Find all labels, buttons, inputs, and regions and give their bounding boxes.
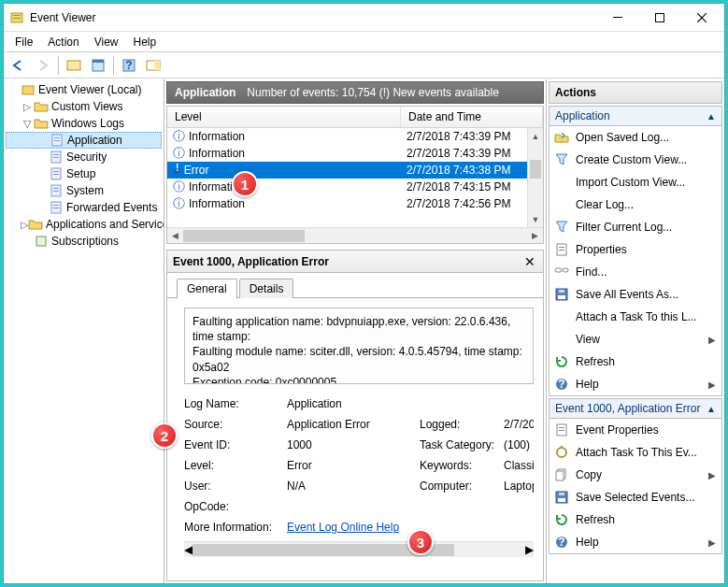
- svg-rect-28: [36, 236, 46, 246]
- action-attach-task-to-this-ev[interactable]: Attach Task To This Ev...: [550, 441, 721, 464]
- svg-text:?: ?: [125, 59, 132, 72]
- tree-windows-logs[interactable]: ▽Windows Logs: [6, 115, 162, 132]
- help-button[interactable]: ?: [118, 55, 140, 76]
- svg-rect-20: [53, 171, 59, 172]
- event-log-online-help-link[interactable]: Event Log Online Help: [287, 521, 399, 534]
- menu-file[interactable]: File: [7, 34, 40, 50]
- scroll-left-icon[interactable]: ◀: [184, 543, 193, 556]
- menu-action[interactable]: Action: [40, 34, 86, 50]
- event-row[interactable]: Error2/7/2018 7:43:38 PM: [167, 162, 543, 179]
- action-help[interactable]: ?Help▶: [550, 373, 721, 395]
- save-icon: [553, 288, 570, 301]
- scroll-up-icon[interactable]: ▲: [528, 128, 543, 144]
- center-header-title: Application: [175, 86, 236, 99]
- event-row[interactable]: Information2/7/2018 7:42:56 PM: [167, 195, 543, 212]
- actions-header: Actions: [549, 81, 722, 104]
- tree-twisty-icon[interactable]: ▽: [21, 118, 34, 130]
- funnel-icon: [553, 221, 570, 234]
- scroll-right-icon[interactable]: ▶: [525, 543, 534, 556]
- tree-twisty-icon[interactable]: ▷: [21, 219, 28, 231]
- scroll-right-icon[interactable]: ▶: [527, 231, 543, 240]
- tree-application[interactable]: Application: [6, 132, 162, 149]
- action-label: Event Properties: [576, 423, 716, 437]
- event-level: Information: [189, 147, 245, 160]
- menu-view[interactable]: View: [87, 34, 126, 50]
- event-row[interactable]: Information2/7/2018 7:43:15 PM: [167, 179, 543, 195]
- tree-pane[interactable]: Event Viewer (Local)▷Custom Views▽Window…: [4, 79, 164, 583]
- show-hide-tree-button[interactable]: [63, 55, 85, 76]
- forward-button[interactable]: [32, 55, 54, 76]
- action-filter-current-log[interactable]: Filter Current Log...: [550, 216, 721, 238]
- action-clear-log[interactable]: Clear Log...: [550, 193, 721, 216]
- action-save-all-events-as[interactable]: Save All Events As...: [550, 283, 721, 306]
- tree-item-icon: [49, 201, 64, 214]
- tree-subscriptions[interactable]: Subscriptions: [6, 233, 162, 250]
- tree-forwarded-events[interactable]: Forwarded Events: [6, 199, 162, 216]
- detail-horizontal-scrollbar[interactable]: ◀ ▶: [184, 541, 534, 557]
- action-event-properties[interactable]: Event Properties: [550, 419, 721, 441]
- svg-text:?: ?: [558, 378, 564, 391]
- horizontal-scrollbar[interactable]: ◀ ▶: [167, 227, 543, 243]
- action-import-custom-view[interactable]: Import Custom View...: [550, 171, 721, 193]
- props-icon: [553, 423, 570, 437]
- minimize-button[interactable]: [596, 5, 638, 31]
- action-copy[interactable]: Copy▶: [550, 464, 721, 486]
- scroll-thumb[interactable]: [183, 230, 305, 242]
- tree-twisty-icon[interactable]: ▷: [21, 101, 34, 113]
- toolbar-separator: [113, 56, 114, 75]
- col-date[interactable]: Date and Time: [401, 107, 543, 127]
- svg-rect-43: [561, 446, 563, 449]
- event-row[interactable]: Information2/7/2018 7:43:39 PM: [167, 145, 543, 162]
- tab-general[interactable]: General: [177, 279, 237, 299]
- svg-rect-15: [54, 140, 60, 141]
- actions-section-application[interactable]: Application▲: [549, 106, 722, 126]
- center-header-sub: Number of events: 10,754 (!) New events …: [247, 86, 498, 99]
- titlebar: Event Viewer: [4, 4, 724, 32]
- action-label: Help: [576, 536, 703, 549]
- vertical-scrollbar[interactable]: ▲ ▼: [527, 128, 543, 227]
- body: Event Viewer (Local)▷Custom Views▽Window…: [4, 79, 724, 583]
- properties-button[interactable]: [87, 55, 109, 76]
- event-properties: Log Name:Application Source:Application …: [184, 394, 534, 537]
- action-label: Import Custom View...: [576, 176, 716, 189]
- tree-root[interactable]: Event Viewer (Local): [6, 81, 162, 98]
- scroll-left-icon[interactable]: ◀: [167, 231, 183, 240]
- scroll-down-icon[interactable]: ▼: [528, 211, 543, 227]
- action-properties[interactable]: Properties: [550, 238, 721, 261]
- actions-pane: Actions Application▲ Open Saved Log...Cr…: [547, 79, 724, 583]
- svg-rect-24: [53, 191, 59, 192]
- action-find[interactable]: Find...: [550, 261, 721, 283]
- action-create-custom-view[interactable]: Create Custom View...: [550, 149, 721, 171]
- tree-setup[interactable]: Setup: [6, 165, 162, 182]
- annotation-3: 3: [407, 529, 434, 555]
- action-view[interactable]: View▶: [550, 328, 721, 351]
- annotation-1: 1: [232, 171, 258, 197]
- show-action-pane-button[interactable]: [142, 55, 164, 76]
- tree-applications-and-services[interactable]: ▷Applications and Services Logs: [6, 216, 162, 233]
- prop-val: (100): [504, 438, 534, 451]
- actions-section-event[interactable]: Event 1000, Application Error▲: [549, 398, 722, 419]
- attach-icon: [553, 446, 570, 459]
- detail-close-button[interactable]: ✕: [522, 254, 537, 269]
- tree-custom-views[interactable]: ▷Custom Views: [6, 98, 162, 115]
- back-button[interactable]: [7, 55, 30, 76]
- event-date: 2/7/2018 7:43:39 PM: [401, 147, 543, 160]
- event-row[interactable]: Information2/7/2018 7:43:39 PM: [167, 128, 543, 145]
- action-refresh[interactable]: Refresh: [550, 351, 721, 373]
- action-open-saved-log[interactable]: Open Saved Log...: [550, 126, 721, 149]
- menu-help[interactable]: Help: [126, 34, 164, 50]
- col-level[interactable]: Level: [167, 107, 401, 127]
- action-save-selected-events[interactable]: Save Selected Events...: [550, 486, 721, 508]
- help-icon: ?: [553, 536, 570, 549]
- tree-item-label: Subscriptions: [51, 235, 119, 248]
- close-button[interactable]: [680, 5, 722, 31]
- maximize-button[interactable]: [638, 5, 680, 31]
- action-refresh[interactable]: Refresh: [550, 508, 721, 531]
- scroll-thumb[interactable]: [530, 160, 541, 179]
- action-attach-a-task-to-this-l[interactable]: Attach a Task To this L...: [550, 306, 721, 328]
- svg-rect-31: [559, 250, 564, 251]
- action-help[interactable]: ?Help▶: [550, 531, 721, 553]
- tree-system[interactable]: System: [6, 182, 162, 199]
- tab-details[interactable]: Details: [239, 279, 294, 298]
- tree-security[interactable]: Security: [6, 149, 162, 165]
